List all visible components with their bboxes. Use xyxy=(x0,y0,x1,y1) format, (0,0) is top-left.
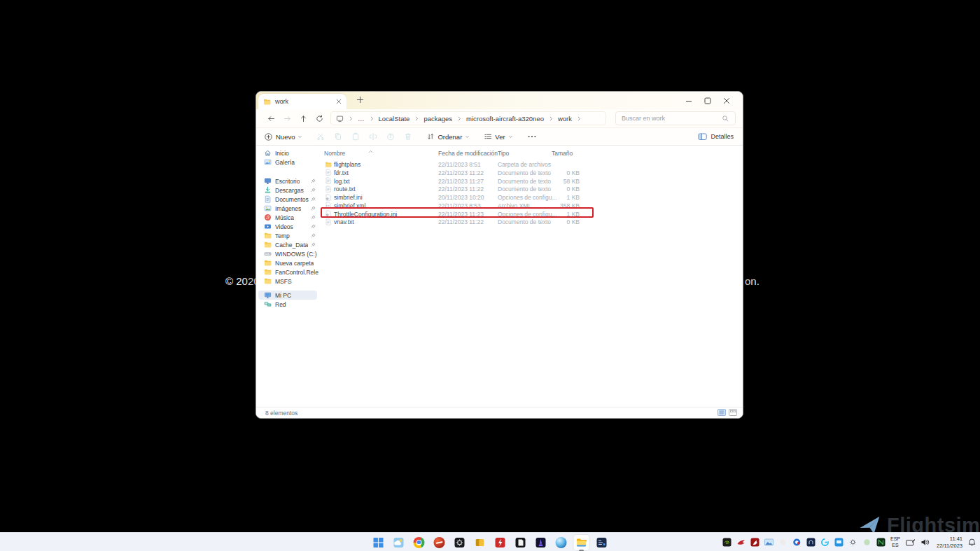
more-options-icon[interactable] xyxy=(527,132,537,141)
sidebar-item-nueva-carpeta[interactable]: Nueva carpeta xyxy=(256,258,319,267)
file-row[interactable]: fdr.txt 22/11/2023 11:22 Documento de te… xyxy=(319,169,743,177)
details-view-toggle-icon[interactable] xyxy=(718,409,726,416)
file-row-highlighted[interactable]: ThrottleConfiguration.ini 22/11/2023 11:… xyxy=(319,210,743,218)
gear-tray-icon[interactable] xyxy=(848,538,858,547)
ini-file-icon xyxy=(325,194,332,201)
gallery-icon xyxy=(264,158,272,166)
sidebar-item-msfs[interactable]: MSFS xyxy=(256,277,319,286)
settings-app-icon[interactable] xyxy=(452,535,468,550)
details-pane-label: Detalles xyxy=(710,133,734,140)
file-explorer-icon[interactable] xyxy=(574,535,589,550)
flash-app-icon[interactable] xyxy=(493,535,508,550)
column-header-date[interactable]: Fecha de modificación xyxy=(438,150,498,157)
chrome-icon[interactable] xyxy=(412,535,427,550)
touch-keyboard-icon[interactable] xyxy=(905,538,916,547)
tab-close-icon[interactable] xyxy=(336,99,342,104)
column-header-size[interactable]: Tamaño xyxy=(552,150,573,157)
volume-icon[interactable] xyxy=(920,538,930,547)
explorer-tab[interactable]: work xyxy=(258,94,346,109)
ea-app-icon[interactable] xyxy=(432,535,447,550)
chevron-down-icon xyxy=(508,134,513,139)
bluestacks-icon[interactable] xyxy=(834,538,844,547)
file-row[interactable]: simbrief.xml 22/11/2023 8:53 Archivo XML… xyxy=(319,202,743,210)
share-icon[interactable] xyxy=(386,132,395,141)
sidebar-item-cache-data[interactable]: Cache_Data xyxy=(256,240,319,249)
sidebar-item-videos[interactable]: Videos xyxy=(256,222,319,231)
breadcrumb-item[interactable]: LocalState xyxy=(379,115,410,123)
msi-app-icon[interactable] xyxy=(750,538,760,547)
security-app-icon[interactable] xyxy=(792,538,802,547)
sidebar-item-temp[interactable]: Temp xyxy=(256,231,319,240)
nvidia-icon[interactable] xyxy=(722,538,732,547)
thumbnail-view-toggle-icon[interactable] xyxy=(729,409,737,416)
music-icon xyxy=(264,214,272,221)
new-button-label: Nuevo xyxy=(276,133,295,141)
forward-button[interactable] xyxy=(279,111,295,126)
sidebar-item-musica[interactable]: Música xyxy=(256,213,319,222)
breadcrumb-item[interactable]: microsoft-aircraft-a320neo xyxy=(466,115,544,123)
file-row[interactable]: vnav.txt 22/11/2023 11:22 Documento de t… xyxy=(319,218,743,226)
sidebar-item-escritorio[interactable]: Escritorio xyxy=(256,176,319,186)
breadcrumb-ellipsis[interactable]: … xyxy=(358,115,365,123)
tower-app-icon[interactable] xyxy=(533,535,549,550)
terminal-app-icon[interactable] xyxy=(594,535,610,550)
navy-app-icon[interactable] xyxy=(806,538,816,547)
sidebar-item-documentos[interactable]: Documentos xyxy=(256,195,319,204)
column-header-type[interactable]: Tipo xyxy=(498,150,509,157)
breadcrumb-item[interactable]: packages xyxy=(424,115,452,123)
minimize-button[interactable] xyxy=(679,92,698,109)
file-list: Nombre Fecha de modificación Tipo Tamaño… xyxy=(319,146,743,407)
file-row[interactable]: flightplans 22/11/2023 8:51 Carpeta de a… xyxy=(319,160,743,169)
up-button[interactable] xyxy=(295,111,312,126)
file-row[interactable]: route.txt 22/11/2023 11:22 Documento de … xyxy=(319,185,743,193)
sidebar-item-fancontrol[interactable]: FanControl.Releases-... xyxy=(256,267,319,277)
search-input[interactable]: Buscar en work xyxy=(615,111,736,125)
globe-app-icon[interactable] xyxy=(554,535,569,550)
view-button[interactable]: Ver xyxy=(484,132,512,141)
breadcrumb-item[interactable]: work xyxy=(558,115,572,123)
sort-button[interactable]: Ordenar xyxy=(426,132,470,141)
notes-app-icon[interactable] xyxy=(513,535,528,550)
details-pane-button[interactable]: Detalles xyxy=(698,132,734,141)
photos-app-icon[interactable] xyxy=(764,538,774,547)
new-tab-button[interactable] xyxy=(356,96,364,104)
file-row[interactable]: log.txt 22/11/2023 11:27 Documento de te… xyxy=(319,177,743,186)
new-button[interactable]: Nuevo xyxy=(264,132,302,141)
pin-icon xyxy=(311,179,316,183)
logitech-g-icon[interactable] xyxy=(820,538,830,547)
dark-green-app-icon[interactable] xyxy=(876,538,886,547)
folder-icon xyxy=(264,259,272,267)
notifications-bell-icon[interactable] xyxy=(967,538,976,547)
search-placeholder: Buscar en work xyxy=(622,115,665,122)
copy-icon[interactable] xyxy=(334,132,342,141)
language-indicator[interactable]: ESP ES xyxy=(890,536,900,547)
sidebar-item-red[interactable]: Red xyxy=(256,300,319,309)
cut-icon[interactable] xyxy=(316,132,325,141)
close-button[interactable] xyxy=(717,92,736,109)
phone-link-icon[interactable] xyxy=(472,535,488,550)
delete-icon[interactable] xyxy=(404,132,412,141)
breadcrumb[interactable]: … LocalState packages microsoft-aircraft… xyxy=(330,111,606,125)
maximize-button[interactable] xyxy=(698,92,717,109)
red-bird-app-icon[interactable] xyxy=(736,538,746,547)
file-rows: flightplans 22/11/2023 8:51 Carpeta de a… xyxy=(319,160,743,226)
sidebar-item-descargas[interactable]: Descargas xyxy=(256,186,319,195)
documents-icon xyxy=(264,195,272,203)
sidebar-item-imagenes[interactable]: Imágenes xyxy=(256,204,319,213)
status-bar: 8 elementos xyxy=(256,407,743,418)
white-app-icon[interactable] xyxy=(778,538,788,547)
file-row[interactable]: simbrief.ini 20/11/2023 10:20 Opciones d… xyxy=(319,193,743,202)
paste-icon[interactable] xyxy=(351,132,360,141)
rename-icon[interactable] xyxy=(369,132,377,141)
start-button[interactable] xyxy=(371,535,386,550)
back-button[interactable] xyxy=(263,111,279,126)
taskbar-clock[interactable]: 11:41 22/11/2023 xyxy=(937,536,962,549)
refresh-button[interactable] xyxy=(312,111,328,126)
sidebar-item-inicio[interactable]: Inicio xyxy=(256,148,319,158)
widgets-icon[interactable] xyxy=(391,535,407,550)
sidebar-item-galeria[interactable]: Galería xyxy=(256,158,319,167)
column-header-name[interactable]: Nombre xyxy=(324,150,345,157)
green-app-icon[interactable] xyxy=(862,538,872,547)
sidebar-item-mi-pc[interactable]: Mi PC xyxy=(258,291,317,300)
sidebar-item-windows-c[interactable]: WINDOWS (C:) xyxy=(256,249,319,258)
